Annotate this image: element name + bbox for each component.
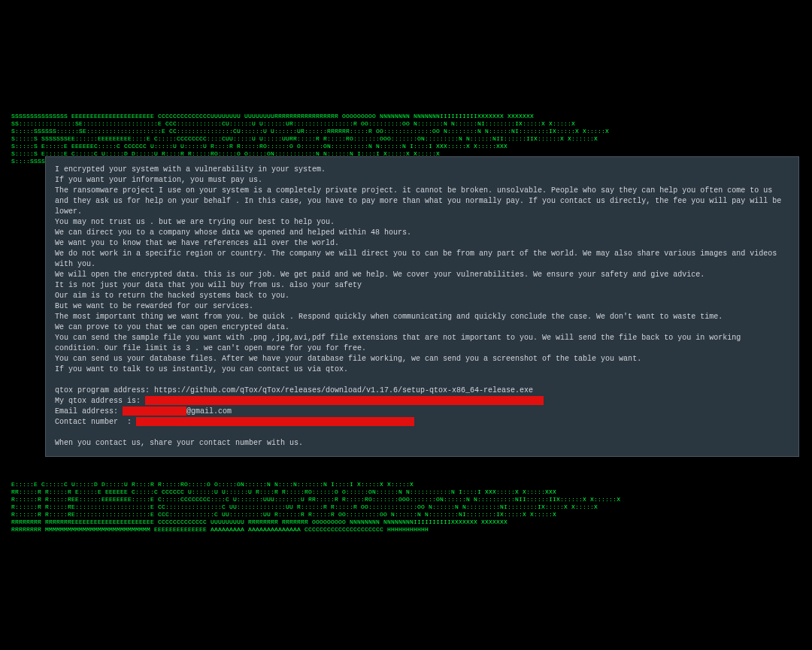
- ascii-line: RR:::::R R:::::R E:::::E EEEEEE C:::::C …: [11, 488, 801, 496]
- contact-number-row: Contact number :: [55, 417, 789, 428]
- ransom-note-panel: I encrypted your system with a vulnerabi…: [45, 156, 799, 457]
- redacted-qtox-address: [145, 396, 544, 405]
- ascii-line: S:::::SSSSSS::::::SE::::::::::::::::::::…: [11, 128, 801, 135]
- ascii-line: S:::::S E:::::E EEEEEEC:::::C CCCCCC U::…: [11, 143, 801, 150]
- qtox-address-label: My qtox address is:: [55, 397, 145, 405]
- note-line: The ransomware project I use on your sys…: [55, 186, 789, 217]
- note-line: If you want your information, you must p…: [55, 175, 789, 186]
- contact-number-label: Contact number :: [55, 418, 136, 426]
- ascii-line: RRRRRRRR RRRRRRREEEEEEEEEEEEEEEEEEEEEE C…: [11, 518, 801, 526]
- note-line: I encrypted your system with a vulnerabi…: [55, 165, 789, 175]
- qtox-program-url: https://github.com/qTox/qTox/releases/do…: [154, 386, 533, 395]
- ascii-line: E:::::E C:::::C U:::::D D:::::U R::::R R…: [11, 481, 801, 488]
- note-line: You can send the sample file you want wi…: [55, 333, 789, 354]
- qtox-address-row: My qtox address is:: [55, 396, 789, 407]
- note-line: You may not trust us . but we are trying…: [55, 217, 789, 228]
- note-line: The most important thing we want from yo…: [55, 312, 789, 322]
- note-line: But we want to be rewarded for our servi…: [55, 301, 789, 312]
- note-line: If you want to talk to us instantly, you…: [55, 364, 789, 375]
- ascii-line: R::::::R R:::::REE::::::EEEEEEEE:::::E C…: [11, 496, 801, 503]
- ascii-line: SSSSSSSSSSSSSSS EEEEEEEEEEEEEEEEEEEEEE C…: [11, 113, 801, 120]
- ascii-banner-bottom: E:::::E C:::::C U:::::D D:::::U R::::R R…: [11, 481, 801, 537]
- ascii-line: RRRRRRRR MMMMMMMMMMMMMMMMMMMMMMMMMMMM EE…: [11, 526, 801, 534]
- email-domain: @gmail.com: [186, 407, 232, 416]
- ascii-banner-top: SSSSSSSSSSSSSSS EEEEEEEEEEEEEEEEEEEEEE C…: [11, 113, 801, 158]
- note-line: It is not just your data that you will b…: [55, 280, 789, 291]
- note-line: We want you to know that we have referen…: [55, 238, 789, 249]
- note-line: Our aim is to return the hacked systems …: [55, 291, 789, 301]
- qtox-program-label: qtox program address:: [55, 386, 154, 395]
- note-line: We can prove to you that we can open enc…: [55, 322, 789, 333]
- note-footer: When you contact us, share your contact …: [55, 438, 789, 449]
- email-label: Email address:: [55, 407, 123, 416]
- ascii-line: S:::::S SSSSSSSEE::::::EEEEEEEEE::::E C:…: [11, 135, 801, 143]
- email-row: Email address: @gmail.com: [55, 407, 789, 417]
- ascii-line: SS:::::::::::::::SE::::::::::::::::::::E…: [11, 120, 801, 128]
- note-line: You can send us your database files. Aft…: [55, 354, 789, 364]
- ascii-line: R::::::R R:::::RE::::::::::::::::::::E C…: [11, 511, 801, 518]
- note-line: We do not work in a specific region or c…: [55, 249, 789, 270]
- redacted-email-user: [123, 407, 186, 416]
- note-line: We can direct you to a company whose dat…: [55, 228, 789, 238]
- redacted-contact-number: [136, 417, 414, 426]
- ascii-line: R::::::R R:::::RE::::::::::::::::::::E C…: [11, 503, 801, 511]
- note-line: We will open the encrypted data. this is…: [55, 270, 789, 280]
- qtox-program-row: qtox program address: https://github.com…: [55, 385, 789, 396]
